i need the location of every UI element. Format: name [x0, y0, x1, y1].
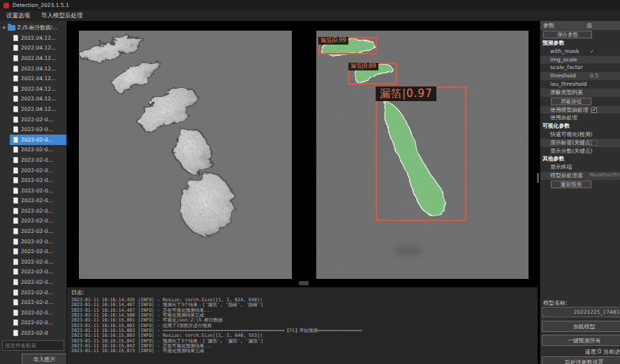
file-icon: [13, 86, 18, 92]
param-button[interactable]: 重新预测: [551, 181, 591, 188]
file-label: 2022-02-0...: [21, 279, 53, 285]
file-icon: [13, 45, 18, 51]
file-item[interactable]: 2022-02-0...: [10, 246, 67, 257]
file-item[interactable]: 2022-02-0...: [10, 318, 67, 328]
file-item[interactable]: 2022.04.12...: [10, 53, 67, 63]
param-row: threshold0.5: [540, 72, 620, 80]
file-item[interactable]: 2022.04.12...: [10, 43, 67, 54]
param-name: 使用后处理: [550, 114, 577, 121]
file-label: 2022-02-0...: [21, 218, 53, 224]
file-label: 2022-02-0...: [21, 167, 53, 174]
param-row: 模型后处理器MaskPostPro: [540, 172, 620, 180]
file-icon: [13, 66, 18, 72]
log-area[interactable]: 日志: 2023-01-11 16:16:14,435 |INFO| - Res…: [67, 287, 538, 364]
window-title: Detection_2023.1.5.1: [13, 2, 69, 8]
param-row: 使用模型后处理✓: [540, 106, 620, 114]
file-item[interactable]: 2022-02-0...: [10, 196, 67, 206]
param-button[interactable]: 保存参数: [543, 31, 592, 38]
prediction-image[interactable]: 漏箔|0.99漏箔|0.89漏箔|0.97: [316, 31, 529, 279]
file-tree[interactable]: ▾ Z:/5-标注数据/... 2022.04.12...2022.04.12.…: [0, 22, 67, 338]
param-row: 显示终端: [540, 163, 620, 172]
param-value[interactable]: ✓: [590, 47, 594, 56]
file-item[interactable]: 2022-02-0...: [10, 216, 67, 227]
file-icon: [13, 126, 18, 132]
file-item[interactable]: 2022.04.12...: [10, 73, 67, 84]
param-name: with_mask: [550, 48, 579, 54]
file-icon: [13, 197, 18, 204]
file-item[interactable]: 2022-02-0: [10, 328, 67, 338]
param-row: 快速可视化(检测): [540, 130, 620, 139]
param-checkbox[interactable]: ✓: [591, 107, 597, 113]
file-item[interactable]: 2022.04.12...: [10, 33, 67, 43]
postprocess-settings-button[interactable]: 后处理参数设置: [542, 356, 620, 364]
file-label: 2022-02-0...: [21, 126, 53, 132]
file-item[interactable]: 2022-02-0...: [10, 175, 67, 185]
file-label: 2022-02-0...: [21, 289, 53, 296]
param-value[interactable]: MaskPostPro: [590, 172, 620, 180]
file-item[interactable]: 2022.04.12...: [10, 63, 67, 74]
file-item[interactable]: 2022-02-0...: [10, 277, 67, 287]
file-item[interactable]: 2022-02-0...: [10, 145, 67, 156]
menu-item-settings[interactable]: 设置选项: [6, 12, 30, 20]
file-label: 2022-02-0...: [21, 299, 53, 305]
file-item[interactable]: 2022-02-0...: [10, 206, 67, 216]
param-row: scale_factor: [540, 63, 620, 72]
import-images-button[interactable]: 导入图片: [22, 354, 67, 364]
file-label: 2022.04.12...: [21, 75, 56, 82]
file-item[interactable]: 2022-02-0...: [10, 185, 67, 196]
file-icon: [13, 167, 18, 174]
file-item[interactable]: 2022-02-0...: [10, 257, 67, 267]
file-item[interactable]: 2022-02-0...: [10, 226, 67, 236]
file-icon: [13, 299, 18, 305]
param-checkbox[interactable]: [591, 140, 597, 146]
file-item[interactable]: 2022.04.12...: [10, 84, 67, 94]
param-button[interactable]: 屏蔽按钮: [551, 98, 591, 105]
file-label: 2022-02-0...: [21, 137, 53, 143]
menu-item-import-postprocess[interactable]: 导入模型后处理: [41, 12, 83, 20]
file-icon: [13, 137, 18, 143]
file-item[interactable]: 2022-02-0...: [10, 287, 67, 298]
file-item[interactable]: 2022.04.12...: [10, 104, 67, 114]
model-name-field[interactable]: 20221225_174813: [542, 307, 620, 317]
vertical-splitter-handle[interactable]: [537, 173, 539, 183]
param-name: 屏蔽类型列表: [550, 89, 583, 96]
file-item[interactable]: 2022-02-0...: [10, 267, 67, 278]
tree-root-folder[interactable]: ▾ Z:/5-标注数据/...: [0, 22, 67, 33]
progress-text: 速度:0 当前进度: [540, 348, 620, 356]
tree-expand-icon[interactable]: ▾: [3, 25, 6, 31]
file-item[interactable]: 2022-02-0...: [10, 308, 67, 318]
file-item[interactable]: 2022-02-0...: [10, 135, 67, 145]
param-value[interactable]: 0.5: [590, 72, 598, 80]
file-list: 2022.04.12...2022.04.12...2022.04.12...2…: [0, 33, 67, 338]
file-item[interactable]: 2022-02-0...: [10, 297, 67, 308]
param-name: 模型后处理器: [550, 172, 583, 179]
param-button-row: 保存参数: [540, 30, 620, 39]
file-label: 2022-02-0...: [21, 310, 53, 316]
file-item[interactable]: 2022-02-0...: [10, 165, 67, 176]
param-table-header: 参数 值: [540, 21, 620, 30]
file-item[interactable]: 2022.04.12...: [10, 94, 67, 105]
file-icon: [13, 228, 18, 234]
file-label: 2022-02-0...: [21, 177, 53, 183]
file-item[interactable]: 2022-02-0...: [10, 114, 67, 125]
file-label: 2022-02-0...: [21, 238, 53, 245]
file-item[interactable]: 2022-02-0...: [10, 124, 67, 135]
file-item[interactable]: 2022-02-0...: [10, 236, 67, 247]
param-name: 快速可视化(检测): [550, 131, 593, 137]
file-icon: [13, 248, 18, 255]
file-icon: [13, 289, 18, 296]
file-label: 2022.04.12...: [21, 86, 56, 92]
load-model-button[interactable]: 加载模型: [542, 321, 620, 332]
param-name: img_scale: [550, 56, 577, 63]
original-image[interactable]: [79, 31, 292, 279]
file-icon: [13, 259, 18, 265]
param-rows: 保存参数预测参数with_mask✓img_scalescale_factort…: [540, 30, 620, 189]
file-label: 2022.04.12...: [21, 55, 56, 61]
filename-search-input[interactable]: [2, 340, 64, 351]
predict-all-button[interactable]: 一键预测所有: [542, 335, 620, 346]
param-button-row: 重新预测: [540, 180, 620, 189]
file-label: 2022-02-0...: [21, 197, 53, 204]
file-label: 2022-02-0...: [21, 259, 53, 265]
horizontal-splitter-handle[interactable]: [299, 281, 309, 285]
file-item[interactable]: 2022-02-0...: [10, 155, 67, 165]
